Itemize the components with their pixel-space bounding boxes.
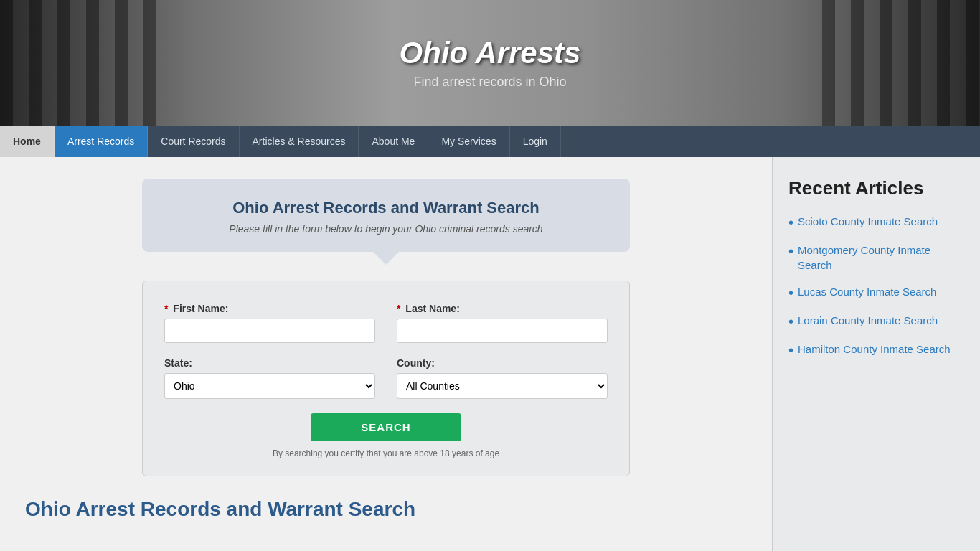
hero-left-overlay [0, 0, 158, 126]
list-item: Scioto County Inmate Search [788, 214, 964, 231]
nav-arrest-records[interactable]: Arrest Records [55, 126, 148, 157]
sidebar: Recent Articles Scioto County Inmate Sea… [772, 157, 980, 551]
last-name-group: * Last Name: [397, 303, 608, 343]
hero-banner: Ohio Arrests Find arrest records in Ohio [0, 0, 980, 126]
first-name-label: * First Name: [164, 303, 375, 314]
list-item: Hamilton County Inmate Search [788, 342, 964, 359]
search-button[interactable]: SEARCH [311, 413, 461, 441]
county-select[interactable]: All Counties [397, 373, 608, 399]
article-link-scioto[interactable]: Scioto County Inmate Search [798, 214, 938, 229]
nav-articles[interactable]: Articles & Resources [240, 126, 359, 157]
hero-right-overlay [822, 0, 980, 126]
nav-court-records[interactable]: Court Records [148, 126, 239, 157]
list-item: Lucas County Inmate Search [788, 284, 964, 301]
article-link-lorain[interactable]: Lorain County Inmate Search [798, 313, 938, 328]
search-btn-wrap: SEARCH [164, 413, 608, 441]
county-group: County: All Counties [397, 357, 608, 399]
nav-services[interactable]: My Services [428, 126, 509, 157]
article-link-lucas[interactable]: Lucas County Inmate Search [798, 284, 936, 299]
site-subtitle: Find arrest records in Ohio [413, 75, 566, 90]
article-link-hamilton[interactable]: Hamilton County Inmate Search [798, 342, 951, 357]
first-name-group: * First Name: [164, 303, 375, 343]
search-info-panel: Ohio Arrest Records and Warrant Search P… [142, 179, 630, 252]
location-row: State: Ohio County: All Counties [164, 357, 608, 399]
recent-articles-list: Scioto County Inmate Search Montgomery C… [788, 214, 964, 359]
first-name-required-mark: * [164, 303, 168, 314]
last-name-label: * Last Name: [397, 303, 608, 314]
search-form-container: * First Name: * Last Name: State: [142, 281, 630, 476]
main-nav: Home Arrest Records Court Records Articl… [0, 126, 980, 157]
name-row: * First Name: * Last Name: [164, 303, 608, 343]
last-name-required-mark: * [397, 303, 400, 314]
state-select[interactable]: Ohio [164, 373, 375, 399]
last-name-input[interactable] [397, 319, 608, 343]
nav-about[interactable]: About Me [359, 126, 428, 157]
nav-login[interactable]: Login [510, 126, 561, 157]
nav-home[interactable]: Home [0, 126, 55, 157]
sidebar-title: Recent Articles [788, 177, 964, 199]
main-container: Ohio Arrest Records and Warrant Search P… [0, 157, 980, 551]
state-label: State: [164, 357, 375, 369]
bottom-heading: Ohio Arrest Records and Warrant Search [18, 498, 754, 521]
site-title: Ohio Arrests [400, 36, 581, 70]
article-link-montgomery[interactable]: Montgomery County Inmate Search [798, 242, 964, 273]
search-panel-title: Ohio Arrest Records and Warrant Search [164, 199, 608, 217]
search-panel-subtitle: Please fill in the form below to begin y… [164, 223, 608, 235]
content-area: Ohio Arrest Records and Warrant Search P… [0, 157, 772, 551]
county-label: County: [397, 357, 608, 369]
first-name-input[interactable] [164, 319, 375, 343]
certify-text: By searching you certify that you are ab… [164, 448, 608, 458]
list-item: Lorain County Inmate Search [788, 313, 964, 330]
state-group: State: Ohio [164, 357, 375, 399]
list-item: Montgomery County Inmate Search [788, 242, 964, 273]
